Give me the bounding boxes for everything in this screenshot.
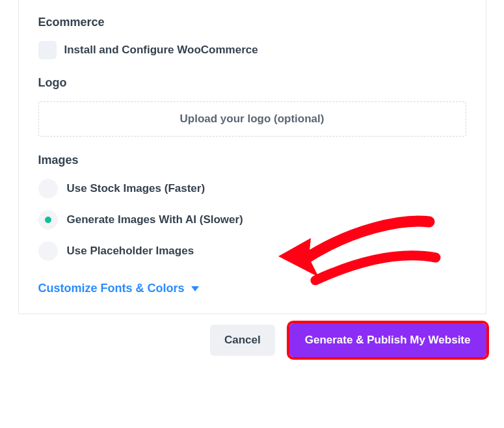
logo-upload-zone[interactable]: Upload your logo (optional) [38,101,466,137]
generate-publish-button[interactable]: Generate & Publish My Website [289,323,486,357]
woocommerce-checkbox[interactable] [38,41,57,59]
radio-placeholder-images[interactable]: Use Placeholder Images [38,241,466,261]
customize-link-text: Customize Fonts & Colors [38,282,185,295]
ecommerce-section: Ecommerce Install and Configure WooComme… [38,16,466,59]
logo-upload-text: Upload your logo (optional) [180,113,325,125]
images-section: Images Use Stock Images (Faster) Generat… [38,154,466,261]
action-buttons-row: Cancel Generate & Publish My Website [18,323,486,357]
logo-heading: Logo [38,76,466,90]
radio-label: Use Stock Images (Faster) [67,182,206,195]
settings-panel: Ecommerce Install and Configure WooComme… [18,0,486,314]
chevron-down-icon [191,286,199,291]
radio-ai-images[interactable]: Generate Images With AI (Slower) [38,210,466,230]
radio-button[interactable] [38,241,58,261]
woocommerce-checkbox-row[interactable]: Install and Configure WooCommerce [38,41,466,59]
ecommerce-heading: Ecommerce [38,16,466,29]
images-heading: Images [38,154,466,167]
logo-section: Logo Upload your logo (optional) [38,76,466,137]
customize-fonts-colors-link[interactable]: Customize Fonts & Colors [38,282,199,295]
radio-stock-images[interactable]: Use Stock Images (Faster) [38,179,466,198]
radio-label: Generate Images With AI (Slower) [67,213,243,226]
woocommerce-checkbox-label: Install and Configure WooCommerce [64,44,258,57]
cancel-button[interactable]: Cancel [210,325,275,356]
radio-button[interactable] [38,179,58,198]
radio-button[interactable] [38,210,58,230]
radio-label: Use Placeholder Images [67,245,194,258]
images-radio-group: Use Stock Images (Faster) Generate Image… [38,179,466,261]
